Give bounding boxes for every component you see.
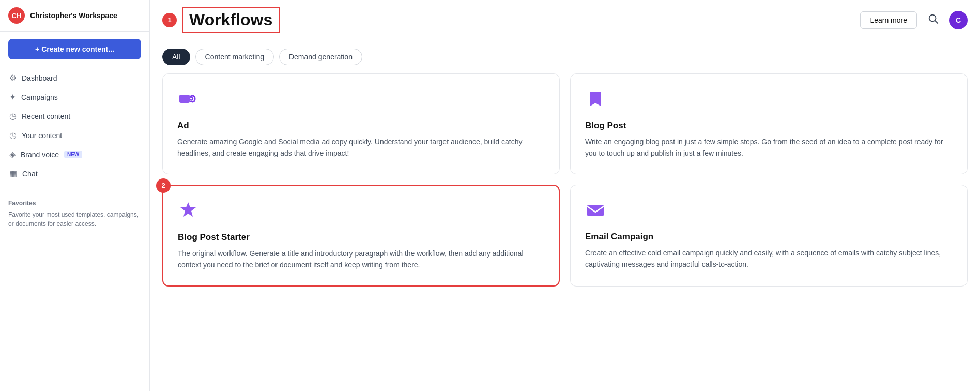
- learn-more-button[interactable]: Learn more: [860, 11, 917, 29]
- card-blog-post-starter[interactable]: 2 Blog Post Starter The original workflo…: [162, 185, 560, 287]
- blog-post-starter-icon: [178, 200, 544, 225]
- recent-content-icon: ◷: [9, 111, 17, 121]
- favorites-title: Favorites: [8, 200, 141, 207]
- top-bar-right: Learn more C: [860, 11, 968, 29]
- main-content: 1 Workflows Learn more C All Content mar…: [150, 0, 980, 391]
- sidebar-item-dashboard-label: Dashboard: [22, 74, 57, 82]
- card-email-campaign[interactable]: Email Campaign Create an effective cold …: [570, 185, 968, 287]
- search-icon: [927, 13, 939, 24]
- dashboard-icon: ⚙: [9, 73, 17, 83]
- new-badge: NEW: [64, 151, 82, 158]
- cards-grid: Ad Generate amazing Google and Social me…: [150, 73, 980, 299]
- nav-divider: [8, 189, 141, 189]
- blog-post-description: Write an engaging blog post in just a fe…: [585, 136, 953, 159]
- sidebar-item-brand-voice-label: Brand voice: [21, 151, 59, 159]
- sidebar-item-recent-content-label: Recent content: [22, 112, 70, 121]
- email-campaign-description: Create an effective cold email campaign …: [585, 247, 953, 270]
- favorites-section: Favorites Favorite your most used templa…: [0, 193, 149, 235]
- chat-icon: ▦: [9, 169, 17, 178]
- ad-icon: [177, 88, 545, 113]
- sidebar-item-chat[interactable]: ▦ Chat: [4, 164, 145, 183]
- create-new-content-button[interactable]: + Create new content...: [8, 39, 141, 59]
- card-ad[interactable]: Ad Generate amazing Google and Social me…: [162, 73, 560, 174]
- your-content-icon: ◷: [9, 130, 17, 140]
- nav-items: ⚙ Dashboard ✦ Campaigns ◷ Recent content…: [0, 67, 149, 185]
- card-blog-post[interactable]: Blog Post Write an engaging blog post in…: [570, 73, 968, 174]
- sidebar-item-brand-voice[interactable]: ◈ Brand voice NEW: [4, 145, 145, 163]
- page-title-area: 1 Workflows: [162, 7, 280, 33]
- sidebar: CH Christopher's Workspace + Create new …: [0, 0, 150, 391]
- campaigns-icon: ✦: [9, 92, 16, 102]
- sidebar-item-campaigns-label: Campaigns: [21, 93, 58, 101]
- blog-post-starter-description: The original workflow. Generate a title …: [178, 248, 544, 271]
- svg-line-1: [936, 21, 938, 24]
- favorites-text: Favorite your most used templates, campa…: [8, 210, 141, 229]
- page-title: Workflows: [189, 10, 272, 29]
- search-button[interactable]: [925, 11, 941, 29]
- sidebar-item-dashboard[interactable]: ⚙ Dashboard: [4, 69, 145, 87]
- sidebar-header: CH Christopher's Workspace: [0, 0, 149, 32]
- blog-post-icon: [585, 88, 953, 113]
- sidebar-item-your-content-label: Your content: [22, 131, 62, 140]
- filter-tab-demand-generation[interactable]: Demand generation: [279, 49, 362, 65]
- filter-tab-all[interactable]: All: [162, 49, 190, 65]
- user-avatar[interactable]: C: [949, 11, 968, 29]
- svg-rect-2: [179, 95, 190, 103]
- blog-post-starter-title: Blog Post Starter: [178, 232, 544, 243]
- ad-description: Generate amazing Google and Social media…: [177, 136, 545, 159]
- step-2-badge: 2: [156, 178, 171, 193]
- workspace-name: Christopher's Workspace: [30, 11, 117, 20]
- svg-point-0: [929, 15, 936, 22]
- filter-tab-content-marketing[interactable]: Content marketing: [195, 49, 274, 65]
- svg-rect-3: [587, 205, 604, 216]
- sidebar-item-chat-label: Chat: [22, 170, 38, 178]
- filter-bar: All Content marketing Demand generation: [150, 40, 980, 73]
- sidebar-item-your-content[interactable]: ◷ Your content: [4, 126, 145, 144]
- sidebar-item-recent-content[interactable]: ◷ Recent content: [4, 107, 145, 125]
- email-campaign-icon: [585, 200, 953, 224]
- blog-post-title: Blog Post: [585, 121, 953, 131]
- brand-voice-icon: ◈: [9, 149, 16, 159]
- email-campaign-title: Email Campaign: [585, 232, 953, 242]
- top-bar: 1 Workflows Learn more C: [150, 0, 980, 40]
- page-title-box: Workflows: [182, 7, 280, 33]
- ad-title: Ad: [177, 121, 545, 131]
- step-1-badge: 1: [162, 13, 177, 27]
- workspace-logo: CH: [8, 7, 25, 24]
- sidebar-item-campaigns[interactable]: ✦ Campaigns: [4, 88, 145, 106]
